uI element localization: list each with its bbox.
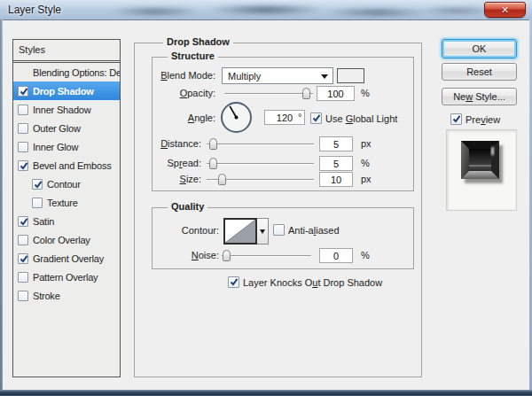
opacity-label: Opacity: <box>127 88 215 99</box>
close-button[interactable]: ✕ <box>484 2 526 18</box>
check-icon <box>20 161 28 171</box>
blend-mode-select[interactable]: Multiply <box>222 67 333 84</box>
style-checkbox[interactable] <box>18 160 28 171</box>
check-icon <box>20 254 28 264</box>
size-input[interactable] <box>319 172 353 187</box>
ok-button[interactable]: OK <box>442 39 517 58</box>
sidebar-item-label: Satin <box>33 216 54 227</box>
size-label: Size: <box>113 174 201 185</box>
sidebar-item-pattern-overlay[interactable]: Pattern Overlay <box>13 268 120 286</box>
distance-unit: px <box>361 138 372 150</box>
spread-slider[interactable] <box>207 158 314 169</box>
sidebar-item-stroke[interactable]: Stroke <box>13 286 120 305</box>
sidebar-item-label: Drop Shadow <box>33 86 94 97</box>
quality-legend: Quality <box>168 201 207 213</box>
slider-thumb[interactable] <box>209 158 217 169</box>
chevron-down-icon <box>321 74 328 79</box>
blend-mode-value: Multiply <box>228 70 261 82</box>
preview-checkbox[interactable] <box>450 113 462 125</box>
slider-thumb[interactable] <box>209 138 217 150</box>
noise-input[interactable] <box>319 248 353 263</box>
check-icon <box>230 277 239 287</box>
sidebar-item-inner-shadow[interactable]: Inner Shadow <box>13 100 120 119</box>
close-icon: ✕ <box>501 4 509 15</box>
spread-input[interactable] <box>319 156 353 171</box>
sidebar-item-label: Outer Glow <box>33 123 81 134</box>
angle-unit: ° <box>298 112 301 123</box>
noise-slider[interactable] <box>222 250 311 261</box>
sidebar-item-label: Gradient Overlay <box>33 253 104 264</box>
sidebar-item-label: Pattern Overlay <box>33 272 98 283</box>
sidebar-item-label: Stroke <box>33 291 60 301</box>
blend-mode-label: Blend Mode: <box>127 70 215 82</box>
contour-picker-arrow-button[interactable] <box>257 218 269 245</box>
style-checkbox[interactable] <box>18 142 28 152</box>
sidebar-item-drop-shadow[interactable]: Drop Shadow <box>13 82 120 100</box>
slider-thumb[interactable] <box>223 250 231 261</box>
sidebar-item-outer-glow[interactable]: Outer Glow <box>13 119 120 137</box>
use-global-light-checkbox[interactable] <box>310 113 322 124</box>
sidebar-item-label: Texture <box>47 198 78 208</box>
sidebar-item-label: Inner Shadow <box>33 105 90 115</box>
sidebar-item-gradient-overlay[interactable]: Gradient Overlay <box>13 249 120 268</box>
preview-label: Preview <box>466 114 500 126</box>
sidebar-item-inner-glow[interactable]: Inner Glow <box>13 137 120 156</box>
angle-label: Angle: <box>127 113 215 124</box>
dialog-title: Layer Style <box>8 4 61 16</box>
check-icon <box>34 180 43 190</box>
noise-label: Noise: <box>130 250 219 261</box>
check-icon <box>452 114 461 124</box>
size-unit: px <box>361 174 372 185</box>
style-checkbox[interactable] <box>18 123 28 134</box>
sidebar-item-contour[interactable]: Contour <box>13 175 120 193</box>
sidebar-item-label: Contour <box>47 179 81 190</box>
opacity-input[interactable] <box>317 86 355 101</box>
sidebar-item-texture[interactable]: Texture <box>13 193 120 212</box>
layer-knocks-out-checkbox[interactable] <box>228 276 239 288</box>
shadow-color-swatch[interactable] <box>337 68 364 83</box>
sidebar-item-label: Blending Options: Default <box>33 67 120 78</box>
reset-button[interactable]: Reset <box>442 63 517 81</box>
style-checkbox[interactable] <box>18 105 28 115</box>
style-checkbox[interactable] <box>18 86 28 97</box>
sidebar-item-satin[interactable]: Satin <box>13 212 120 230</box>
titlebar[interactable]: Layer Style ✕ <box>0 0 532 19</box>
slider-thumb[interactable] <box>218 174 226 185</box>
spread-unit: % <box>361 158 370 169</box>
contour-label: Contour: <box>130 225 219 237</box>
sidebar-item-label: Color Overlay <box>33 235 90 245</box>
styles-panel: Styles Blending Options: Default Drop Sh… <box>12 39 121 377</box>
distance-label: Distance: <box>113 138 201 150</box>
style-checkbox[interactable] <box>18 216 28 227</box>
new-style-button[interactable]: New Style... <box>442 88 517 105</box>
use-global-light-label: Use Global Light <box>325 113 397 125</box>
check-icon <box>20 217 28 227</box>
anti-aliased-checkbox[interactable] <box>273 224 285 236</box>
styles-header: Styles <box>13 40 120 61</box>
distance-input[interactable] <box>319 136 353 151</box>
linear-contour-icon <box>225 220 255 243</box>
check-icon <box>312 113 321 123</box>
anti-aliased-label: Anti-aliased <box>288 225 340 237</box>
spread-label: Spread: <box>113 158 201 169</box>
layer-style-dialog: Layer Style ✕ Styles Blending Options: D… <box>0 0 532 396</box>
size-slider[interactable] <box>207 174 314 185</box>
style-checkbox[interactable] <box>18 235 28 245</box>
sidebar-item-bevel-and-emboss[interactable]: Bevel and Emboss <box>13 156 120 175</box>
style-checkbox[interactable] <box>18 272 28 283</box>
style-preview-thumbnail <box>458 137 507 190</box>
dialog-body: Styles Blending Options: Default Drop Sh… <box>3 19 529 390</box>
distance-slider[interactable] <box>207 138 314 150</box>
style-checkbox[interactable] <box>32 198 43 208</box>
style-checkbox[interactable] <box>32 179 43 190</box>
titlebar-glass-reflection <box>0 0 532 19</box>
contour-thumbnail[interactable] <box>223 218 257 245</box>
style-checkbox[interactable] <box>18 253 28 264</box>
style-checkbox[interactable] <box>18 291 28 301</box>
opacity-slider[interactable] <box>224 88 313 99</box>
angle-dial[interactable] <box>218 99 254 136</box>
sidebar-item-color-overlay[interactable]: Color Overlay <box>13 230 120 249</box>
sidebar-item-blending-options-default[interactable]: Blending Options: Default <box>13 63 120 82</box>
layer-knocks-out-label: Layer Knocks Out Drop Shadow <box>243 277 382 289</box>
slider-thumb[interactable] <box>302 88 310 99</box>
